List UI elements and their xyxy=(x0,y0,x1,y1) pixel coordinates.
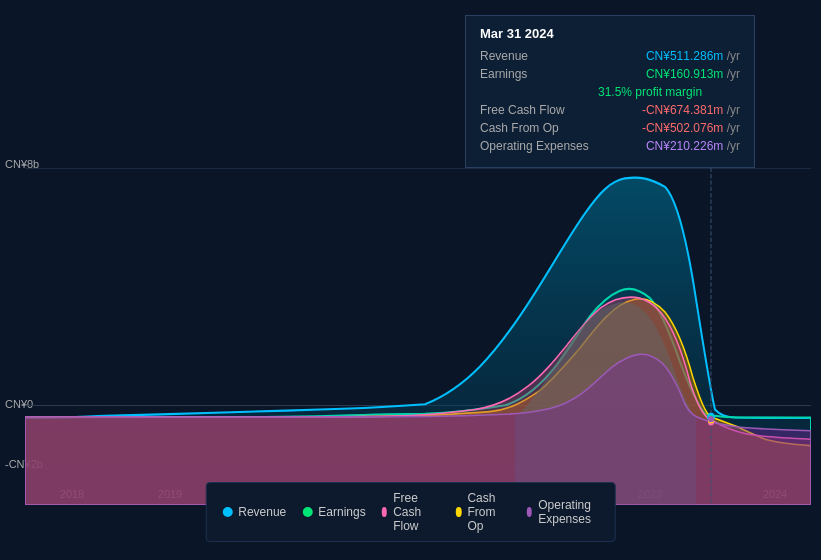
tooltip-value-earnings: CN¥160.913m /yr xyxy=(646,67,740,81)
tooltip-row-earnings: Earnings CN¥160.913m /yr xyxy=(480,67,740,81)
legend-dot-earnings xyxy=(302,507,312,517)
tooltip-value-fcf: -CN¥674.381m /yr xyxy=(642,103,740,117)
tooltip-label-earnings: Earnings xyxy=(480,67,590,81)
legend-label-revenue: Revenue xyxy=(238,505,286,519)
tooltip-row-revenue: Revenue CN¥511.286m /yr xyxy=(480,49,740,63)
legend-item-revenue[interactable]: Revenue xyxy=(222,491,286,533)
tooltip-row-opex: Operating Expenses CN¥210.226m /yr xyxy=(480,139,740,153)
legend-item-fcf[interactable]: Free Cash Flow xyxy=(382,491,440,533)
tooltip-row-fcf: Free Cash Flow -CN¥674.381m /yr xyxy=(480,103,740,117)
legend-label-opex: Operating Expenses xyxy=(538,498,599,526)
tooltip-value-revenue: CN¥511.286m /yr xyxy=(646,49,740,63)
tooltip-date: Mar 31 2024 xyxy=(480,26,740,41)
legend-label-fcf: Free Cash Flow xyxy=(393,491,440,533)
tooltip-label-fcf: Free Cash Flow xyxy=(480,103,590,117)
tooltip-label-revenue: Revenue xyxy=(480,49,590,63)
legend-dot-opex xyxy=(527,507,533,517)
chart-svg xyxy=(25,155,811,505)
tooltip-value-opex: CN¥210.226m /yr xyxy=(646,139,740,153)
legend-dot-revenue xyxy=(222,507,232,517)
tooltip-row-margin: 31.5% profit margin xyxy=(480,85,740,99)
tooltip-row-cashop: Cash From Op -CN¥502.076m /yr xyxy=(480,121,740,135)
legend-item-opex[interactable]: Operating Expenses xyxy=(527,491,599,533)
chart-container: Mar 31 2024 Revenue CN¥511.286m /yr Earn… xyxy=(0,0,821,560)
tooltip-label-cashop: Cash From Op xyxy=(480,121,590,135)
legend-dot-cashop xyxy=(456,507,462,517)
tooltip-label-opex: Operating Expenses xyxy=(480,139,590,153)
tooltip-value-cashop: -CN¥502.076m /yr xyxy=(642,121,740,135)
legend-item-earnings[interactable]: Earnings xyxy=(302,491,365,533)
tooltip-panel: Mar 31 2024 Revenue CN¥511.286m /yr Earn… xyxy=(465,15,755,168)
legend-dot-fcf xyxy=(382,507,388,517)
opex-dot xyxy=(708,416,714,422)
legend-label-cashop: Cash From Op xyxy=(467,491,510,533)
chart-area xyxy=(25,155,811,505)
legend-label-earnings: Earnings xyxy=(318,505,365,519)
legend-item-cashop[interactable]: Cash From Op xyxy=(456,491,511,533)
tooltip-profit-margin: 31.5% profit margin xyxy=(598,85,702,99)
legend: Revenue Earnings Free Cash Flow Cash Fro… xyxy=(205,482,616,542)
